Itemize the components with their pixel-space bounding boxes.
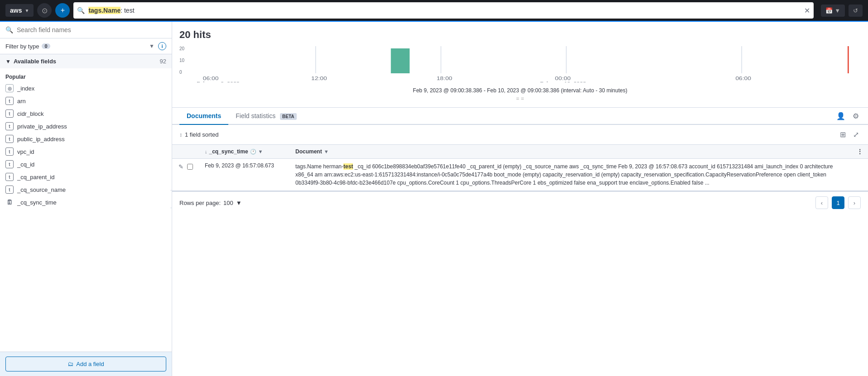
time-col-chevron: ▼ bbox=[258, 149, 263, 154]
prev-page-button[interactable]: ‹ bbox=[815, 196, 828, 209]
field-name-public-ip: public_ip_address bbox=[17, 136, 65, 143]
tab-field-statistics[interactable]: Field statistics BETA bbox=[228, 108, 304, 125]
field-name-vpc-id: vpc_id bbox=[17, 148, 34, 155]
field-item-cq-sync-time[interactable]: 🗓 _cq_sync_time bbox=[0, 196, 172, 209]
svg-text:February 10, 2023: February 10, 2023 bbox=[540, 81, 586, 82]
available-fields-text: Available fields bbox=[14, 58, 56, 65]
time-clock-icon[interactable]: 🕐 bbox=[250, 149, 256, 155]
main-layout: 🔍 Filter by type 0 ▼ i ▼ Available field… bbox=[0, 22, 868, 376]
filter-count: 0 bbox=[42, 43, 50, 49]
rows-per-page[interactable]: Rows per page: 100 ▼ bbox=[179, 200, 242, 206]
field-type-icon-private-ip: t bbox=[5, 122, 14, 130]
add-field-icon: 🗂 bbox=[68, 361, 73, 367]
search-highlight: tags.Name bbox=[88, 7, 121, 14]
field-item-cq-source-name[interactable]: t _cq_source_name bbox=[0, 183, 172, 196]
field-sorted-label: ↕ 1 field sorted bbox=[179, 131, 218, 138]
rows-per-page-label: Rows per page: bbox=[179, 200, 221, 206]
doc-col-expand-icon[interactable]: ▼ bbox=[324, 149, 329, 154]
settings-icon-button[interactable]: ⚙ bbox=[851, 110, 861, 122]
field-type-icon-cq-parent-id: t bbox=[5, 173, 14, 181]
recent-button[interactable]: ⊙ bbox=[37, 3, 52, 18]
fullscreen-icon-button[interactable]: ⤢ bbox=[851, 129, 861, 141]
field-item-index[interactable]: ◎ _index bbox=[0, 82, 172, 95]
user-icon-button[interactable]: 👤 bbox=[834, 110, 847, 122]
field-name-private-ip: private_ip_address bbox=[17, 123, 67, 130]
columns-icon-button[interactable]: ⊞ bbox=[838, 129, 848, 141]
histogram-with-yaxis: 20 10 0 bbox=[179, 46, 861, 84]
svg-text:12:00: 12:00 bbox=[311, 76, 327, 81]
field-name-cq-source: _cq_source_name bbox=[17, 186, 66, 193]
tabs-row: Documents Field statistics BETA 👤 ⚙ bbox=[172, 108, 868, 125]
field-item-arn[interactable]: t arn bbox=[0, 95, 172, 107]
table-body: ✎ Feb 9, 2023 @ 16:57:08.673 tags.Name h… bbox=[172, 159, 868, 191]
pagination: ‹ 1 › bbox=[815, 196, 861, 209]
next-page-button[interactable]: › bbox=[848, 196, 861, 209]
table-row: ✎ Feb 9, 2023 @ 16:57:08.673 tags.Name h… bbox=[172, 159, 868, 191]
field-item-public-ip[interactable]: t public_ip_address bbox=[0, 133, 172, 145]
recent-icon: ⊙ bbox=[42, 6, 48, 15]
tab-documents[interactable]: Documents bbox=[179, 108, 228, 125]
available-fields-toggle-icon[interactable]: ▼ bbox=[5, 58, 11, 65]
sort-up-icon: ↕ bbox=[179, 132, 182, 138]
field-name-cq-id: _cq_id bbox=[17, 161, 34, 168]
add-button[interactable]: + bbox=[55, 3, 70, 18]
results-table: ↓ _cq_sync_time 🕐 ▼ Document ▼ ⋮ bbox=[172, 145, 868, 191]
histogram-chart-wrapper: 06:00 February 9, 2023 12:00 18:00 00:00… bbox=[197, 46, 861, 84]
field-item-cidr-block[interactable]: t cidr_block bbox=[0, 107, 172, 120]
page-1-button[interactable]: 1 bbox=[832, 196, 844, 209]
divider-handle[interactable]: = = bbox=[179, 94, 861, 104]
sidebar-search-row: 🔍 bbox=[0, 22, 172, 38]
field-name-cidr-block: cidr_block bbox=[17, 110, 44, 117]
field-name-arn: arn bbox=[17, 98, 26, 105]
field-item-private-ip[interactable]: t private_ip_address bbox=[0, 120, 172, 133]
doc-content: tags.Name herman-test _cq_id 606c1be8988… bbox=[295, 162, 846, 187]
field-item-cq-parent-id[interactable]: t _cq_parent_id bbox=[0, 171, 172, 183]
col-doc-label: Document bbox=[295, 148, 322, 155]
filter-chevron-icon[interactable]: ▼ bbox=[149, 43, 154, 49]
field-item-vpc-id[interactable]: t vpc_id bbox=[0, 145, 172, 158]
results-header: ↕ 1 field sorted ⊞ ⤢ bbox=[172, 125, 868, 145]
field-name-cq-sync: _cq_sync_time bbox=[17, 199, 57, 206]
field-name-index: _index bbox=[17, 85, 34, 92]
y-label-10: 10 bbox=[179, 58, 193, 63]
top-bar-right: 📅 ▼ ↺ bbox=[821, 5, 863, 17]
y-label-0: 0 bbox=[179, 70, 193, 75]
doc-test-highlight: test bbox=[343, 163, 353, 170]
y-label-20: 20 bbox=[179, 46, 193, 51]
svg-rect-2 bbox=[391, 48, 410, 73]
beta-badge: BETA bbox=[280, 113, 296, 120]
refresh-button[interactable]: ↺ bbox=[849, 5, 863, 17]
aws-label: aws bbox=[10, 7, 22, 14]
results-header-right: ⊞ ⤢ bbox=[838, 129, 861, 141]
field-type-icon-index: ◎ bbox=[5, 84, 14, 92]
date-range-label: Feb 9, 2023 @ 09:00:38.386 - Feb 10, 202… bbox=[179, 86, 861, 94]
search-clear-button[interactable]: ✕ bbox=[804, 6, 810, 15]
sidebar-footer: 🗂 Add a field bbox=[0, 352, 172, 376]
field-type-icon-public-ip: t bbox=[5, 135, 14, 143]
histogram-area: 20 hits 20 10 0 bbox=[172, 22, 868, 108]
add-field-button[interactable]: 🗂 Add a field bbox=[5, 357, 166, 371]
row-expand-button[interactable]: ✎ bbox=[178, 162, 184, 171]
sort-label: 1 field sorted bbox=[185, 131, 218, 138]
col-header-time[interactable]: ↓ _cq_sync_time 🕐 ▼ bbox=[199, 145, 290, 159]
hits-label: 20 hits bbox=[179, 29, 861, 41]
histogram-svg: 06:00 February 9, 2023 12:00 18:00 00:00… bbox=[197, 46, 861, 82]
field-name-search-input[interactable] bbox=[17, 26, 166, 33]
search-query-rest: : test bbox=[121, 7, 134, 14]
row-doc-cell: tags.Name herman-test _cq_id 606c1be8988… bbox=[290, 159, 852, 191]
calendar-button[interactable]: 📅 ▼ bbox=[821, 5, 845, 17]
row-checkbox[interactable] bbox=[187, 164, 193, 170]
field-item-cq-id[interactable]: t _cq_id bbox=[0, 158, 172, 171]
col-header-actions2: ⋮ bbox=[852, 145, 868, 159]
col-header-doc[interactable]: Document ▼ bbox=[290, 145, 852, 159]
tabs-right-icons: 👤 ⚙ bbox=[834, 110, 861, 122]
filter-text: Filter by type bbox=[5, 43, 39, 50]
row-overflow-cell bbox=[852, 159, 868, 191]
svg-text:18:00: 18:00 bbox=[437, 76, 453, 81]
filter-info-icon[interactable]: i bbox=[158, 42, 166, 50]
fields-list: Popular ◎ _index t arn t cidr_block t pr… bbox=[0, 68, 172, 352]
row-time-cell: Feb 9, 2023 @ 16:57:08.673 bbox=[199, 159, 290, 191]
available-fields-label: ▼ Available fields bbox=[5, 58, 56, 65]
search-input[interactable]: tags.Name: test bbox=[88, 7, 800, 14]
aws-menu-button[interactable]: aws ▼ bbox=[5, 4, 34, 17]
